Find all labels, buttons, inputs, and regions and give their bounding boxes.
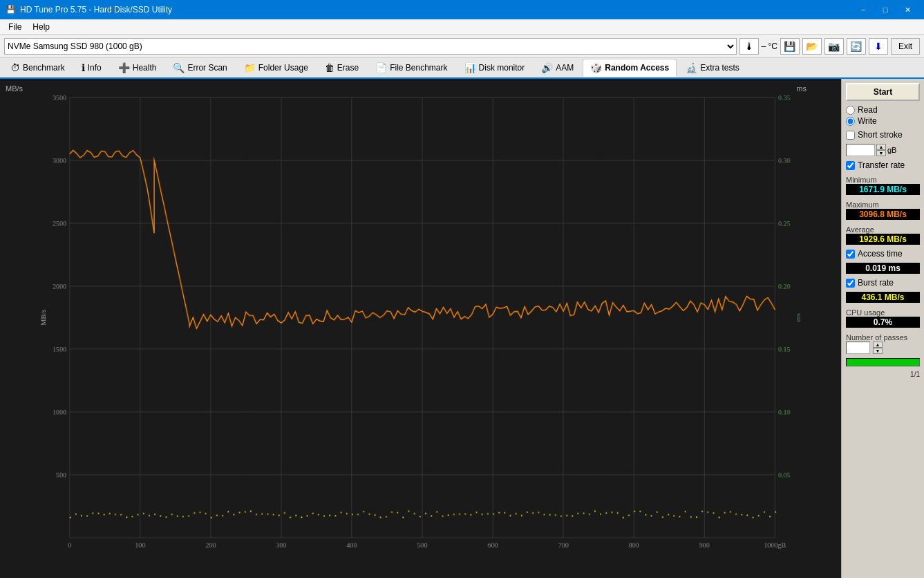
write-radio-text: Write bbox=[858, 116, 877, 126]
main-chart-canvas bbox=[38, 84, 807, 557]
tab-disk-monitor-label: Disk monitor bbox=[479, 63, 525, 73]
progress-bar-fill bbox=[847, 359, 919, 366]
read-radio[interactable] bbox=[846, 106, 855, 115]
close-button[interactable]: ✕ bbox=[896, 0, 918, 19]
tab-folder-usage-label: Folder Usage bbox=[258, 63, 308, 73]
short-stroke-up-button[interactable]: ▲ bbox=[876, 144, 886, 150]
write-radio[interactable] bbox=[846, 117, 855, 126]
minimum-value: 1671.9 MB/s bbox=[846, 184, 920, 195]
screenshot-icon-btn[interactable]: 📷 bbox=[824, 38, 844, 55]
passes-up-button[interactable]: ▲ bbox=[873, 342, 883, 348]
save-icon-btn[interactable]: 💾 bbox=[780, 38, 800, 55]
tab-aam-label: AAM bbox=[556, 63, 574, 73]
load-icon-btn[interactable]: 📂 bbox=[802, 38, 822, 55]
drivebar: NVMe Samsung SSD 980 (1000 gB) 🌡 – °C 💾 … bbox=[0, 35, 924, 58]
error-scan-icon: 🔍 bbox=[173, 62, 185, 73]
short-stroke-input[interactable]: 512 bbox=[846, 144, 875, 156]
tab-error-scan-label: Error Scan bbox=[187, 63, 227, 73]
right-panel: Start Read Write Short stroke 512 ▲ ▼ gB bbox=[841, 79, 924, 578]
chart-area: MB/s ms bbox=[0, 79, 841, 578]
passes-section: Number of passes 1 ▲ ▼ bbox=[846, 332, 920, 354]
burst-rate-value: 436.1 MB/s bbox=[846, 292, 920, 303]
tabbar: ⏱ Benchmark ℹ Info ➕ Health 🔍 Error Scan… bbox=[0, 58, 924, 79]
window-title: HD Tune Pro 5.75 - Hard Disk/SSD Utility bbox=[20, 5, 852, 15]
tab-erase-label: Erase bbox=[337, 63, 359, 73]
passes-down-button[interactable]: ▼ bbox=[873, 348, 883, 354]
benchmark-icon: ⏱ bbox=[10, 62, 20, 73]
tab-aam[interactable]: 🔊 AAM bbox=[534, 59, 581, 77]
menu-file[interactable]: File bbox=[3, 21, 27, 33]
chart-y-label-left: MB/s bbox=[6, 84, 23, 93]
passes-input[interactable]: 1 bbox=[846, 342, 870, 354]
access-time-checkbox-label[interactable]: Access time bbox=[846, 249, 920, 259]
cpu-usage-value: 0.7% bbox=[846, 317, 920, 328]
file-benchmark-icon: 📄 bbox=[375, 62, 387, 73]
download-icon-btn[interactable]: ⬇ bbox=[869, 38, 888, 55]
tab-random-access[interactable]: 🎲 Random Access bbox=[583, 59, 677, 77]
tab-erase[interactable]: 🗑 Erase bbox=[317, 59, 366, 77]
random-access-icon: 🎲 bbox=[590, 62, 602, 73]
window-controls: − □ ✕ bbox=[852, 0, 918, 19]
maximum-label: Maximum bbox=[846, 201, 920, 209]
short-stroke-checkbox[interactable] bbox=[846, 131, 855, 140]
short-stroke-spin-buttons: ▲ ▼ bbox=[876, 144, 886, 156]
tab-benchmark-label: Benchmark bbox=[23, 63, 65, 73]
exit-button[interactable]: Exit bbox=[891, 38, 920, 55]
tab-extra-tests-label: Extra tests bbox=[700, 63, 739, 73]
menu-help[interactable]: Help bbox=[27, 21, 55, 33]
short-stroke-checkbox-label[interactable]: Short stroke bbox=[846, 130, 920, 140]
passes-spin-buttons: ▲ ▼ bbox=[873, 342, 883, 354]
cpu-usage-label: CPU usage bbox=[846, 308, 920, 317]
temp-value: – °C bbox=[762, 41, 777, 51]
transfer-rate-checkbox-label[interactable]: Transfer rate bbox=[846, 160, 920, 170]
chart-y-label-right: ms bbox=[796, 84, 807, 93]
average-value: 1929.6 MB/s bbox=[846, 234, 920, 245]
tab-extra-tests[interactable]: 🔬 Extra tests bbox=[678, 59, 747, 77]
maximum-section: Maximum 3096.8 MB/s bbox=[846, 199, 920, 220]
aam-icon: 🔊 bbox=[541, 62, 553, 73]
tab-health[interactable]: ➕ Health bbox=[111, 59, 164, 77]
access-time-checkbox[interactable] bbox=[846, 250, 855, 259]
tab-benchmark[interactable]: ⏱ Benchmark bbox=[3, 59, 73, 77]
progress-label: 1/1 bbox=[846, 371, 920, 378]
average-label: Average bbox=[846, 225, 920, 234]
short-stroke-spinbox: 512 ▲ ▼ gB bbox=[846, 144, 920, 156]
minimum-section: Minimum 1671.9 MB/s bbox=[846, 174, 920, 195]
short-stroke-down-button[interactable]: ▼ bbox=[876, 150, 886, 156]
tab-file-benchmark[interactable]: 📄 File Benchmark bbox=[368, 59, 455, 77]
tab-disk-monitor[interactable]: 📊 Disk monitor bbox=[457, 59, 533, 77]
tab-random-access-label: Random Access bbox=[605, 63, 669, 73]
info-icon: ℹ bbox=[82, 62, 85, 73]
health-icon: ➕ bbox=[118, 62, 130, 73]
transfer-rate-text: Transfer rate bbox=[858, 160, 905, 170]
tab-info[interactable]: ℹ Info bbox=[74, 59, 109, 77]
extra-tests-icon: 🔬 bbox=[686, 62, 697, 73]
transfer-rate-checkbox[interactable] bbox=[846, 161, 855, 170]
read-radio-label[interactable]: Read bbox=[846, 105, 920, 115]
tab-health-label: Health bbox=[133, 63, 157, 73]
progress-bar bbox=[846, 358, 920, 366]
cpu-usage-section: CPU usage 0.7% bbox=[846, 307, 920, 328]
erase-icon: 🗑 bbox=[325, 62, 334, 73]
main-content: MB/s ms Start Read Write Short stroke 51… bbox=[0, 79, 924, 578]
short-stroke-unit: gB bbox=[887, 146, 896, 154]
disk-monitor-icon: 📊 bbox=[464, 62, 476, 73]
burst-rate-checkbox-label[interactable]: Burst rate bbox=[846, 278, 920, 288]
minimize-button[interactable]: − bbox=[852, 0, 874, 19]
refresh-icon-btn[interactable]: 🔄 bbox=[847, 38, 866, 55]
tab-folder-usage[interactable]: 📁 Folder Usage bbox=[236, 59, 316, 77]
maximize-button[interactable]: □ bbox=[874, 0, 896, 19]
average-section: Average 1929.6 MB/s bbox=[846, 224, 920, 245]
access-time-text: Access time bbox=[858, 249, 903, 259]
drive-selector[interactable]: NVMe Samsung SSD 980 (1000 gB) bbox=[4, 38, 737, 55]
temp-icon: 🌡 bbox=[739, 38, 759, 55]
write-radio-label[interactable]: Write bbox=[846, 116, 920, 126]
tab-file-benchmark-label: File Benchmark bbox=[390, 63, 447, 73]
burst-rate-checkbox[interactable] bbox=[846, 279, 855, 288]
access-time-value: 0.019 ms bbox=[846, 263, 920, 274]
menubar: File Help bbox=[0, 19, 924, 35]
start-button[interactable]: Start bbox=[846, 83, 920, 101]
tab-error-scan[interactable]: 🔍 Error Scan bbox=[165, 59, 234, 77]
read-radio-text: Read bbox=[858, 105, 878, 115]
burst-rate-text: Burst rate bbox=[858, 278, 894, 288]
